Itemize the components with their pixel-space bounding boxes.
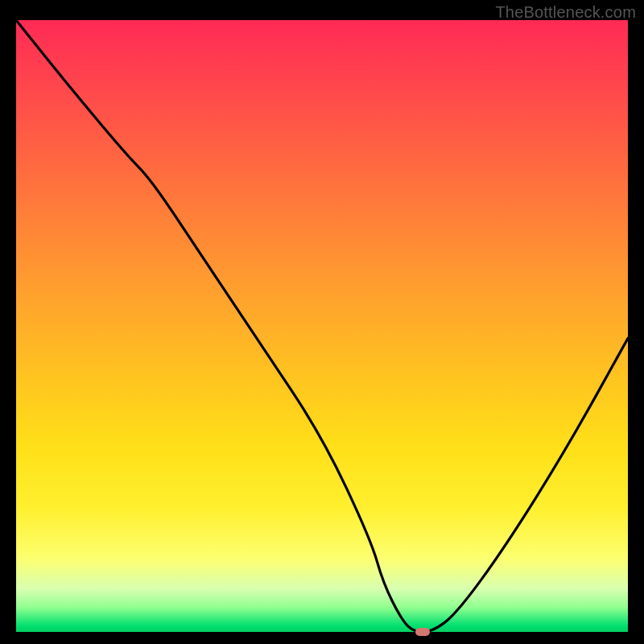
bottleneck-curve-path [16,20,628,632]
chart-plot-area [16,20,628,632]
watermark-text: TheBottleneck.com [495,3,636,22]
optimal-point-marker [415,628,430,636]
bottleneck-curve-svg [16,20,628,632]
